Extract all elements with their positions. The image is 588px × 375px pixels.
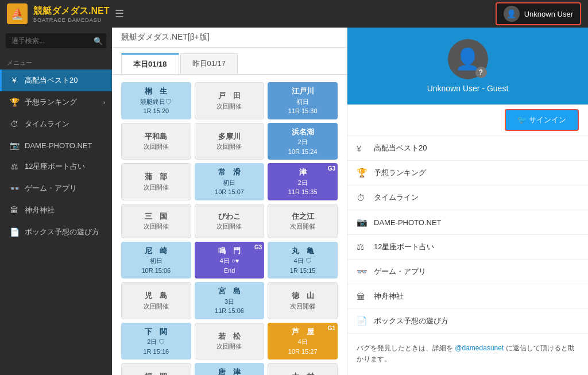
race-cell-r24[interactable]: 大 村次回開催 [268,363,338,375]
right-menu-item-7[interactable]: 📄 ボックス予想の遊び方 [347,309,588,334]
race-cell-r12[interactable]: 住之江次回開催 [268,204,338,238]
search-icon[interactable]: 🔍 [94,37,103,45]
bug-report-text: バグを発見したときは、詳細を @damedasunet に返信して頂けると助かり… [347,334,588,374]
right-menu-item-2[interactable]: ⏱ タイムライン [347,185,588,210]
race-cell-r5[interactable]: 多摩川次回開催 [195,123,265,160]
header: ⛵ 競艇ダメダス.NET BOATRACE DAMEDASU ☰ 👤 Unkno… [0,0,588,28]
race-venue-r3: 江戸川 [292,86,314,97]
right-menu-icon-6: 🏛 [357,292,368,301]
bug-report-link[interactable]: @damedasunet [455,344,504,352]
sidebar-item-dame-photo[interactable]: 📷 DAME-PHOTO.NET [0,135,112,156]
tab-yesterday[interactable]: 昨日01/17 [180,53,238,74]
race-line1-r6: 2日 [298,137,308,147]
search-input[interactable] [6,33,106,48]
right-menu-item-4[interactable]: ⚖ 12星座ボート占い [347,235,588,260]
race-cell-r10[interactable]: 三 国次回開催 [121,204,191,238]
signin-button[interactable]: 🐦 サインイン [505,109,579,131]
right-menu-item-1[interactable]: 🏆 予想ランキング [347,161,588,185]
menu-label: メニュー [0,54,112,69]
user-avatar: 👤 ? [448,39,488,79]
race-line1-r14: 4日 ○♥ [220,256,239,266]
right-menu-icon-4: ⚖ [357,242,368,252]
right-menu-icon-0: ¥ [357,144,368,153]
sidebar-label-box-play: ボックス予想の遊び方 [25,227,99,237]
race-badge-r21: G1 [328,324,335,333]
race-cell-r22[interactable]: 福 岡次回開催 [121,363,191,375]
race-cell-r3[interactable]: 江戸川初日11R 15:30 [268,82,338,119]
race-cell-r13[interactable]: 尼 崎初日10R 15:06 [121,242,191,279]
race-cell-r16[interactable]: 児 島次回開催 [121,282,191,319]
right-menu-label-2: タイムライン [374,192,419,203]
user-menu-button[interactable]: 👤 Unknown User [496,2,581,25]
sidebar-nav: ¥ 高配当ベスト20 🏆 予想ランキング › ⏱ タイムライン 📷 DAME-P… [0,69,112,243]
race-cell-r20[interactable]: 若 松次回開催 [195,323,265,360]
user-display-name: Unknown User - Guest [427,84,509,93]
race-venue-r21: 芦 屋 [292,326,314,338]
race-line1-r12: 次回開催 [290,222,315,231]
race-cell-r11[interactable]: びわこ次回開催 [195,204,265,238]
topbar-title: 競艇ダメダス.NET[β+版] [121,32,210,42]
race-cell-r19[interactable]: 下 関2日 ♡1R 15:16 [121,323,191,360]
race-badge-r9: G3 [328,164,335,173]
right-menu-icon-3: 📷 [357,217,368,227]
race-cell-r23[interactable]: 唐 津初日 ○End [195,363,265,375]
sidebar-icon-shrine: 🏛 [9,206,20,215]
sidebar-item-high-payout[interactable]: ¥ 高配当ベスト20 [0,69,112,91]
race-line2-r15: 1R 15:15 [290,266,316,276]
sidebar-item-game-app[interactable]: 👓 ゲーム・アプリ [0,177,112,199]
search-box: 🔍 [0,28,112,54]
hamburger-button[interactable]: ☰ [115,7,124,20]
main-layout: 🔍 メニュー ¥ 高配当ベスト20 🏆 予想ランキング › ⏱ タイムライン 📷… [0,28,588,375]
sidebar-item-shrine[interactable]: 🏛 神舟神社 [0,199,112,221]
race-venue-r5: 多摩川 [218,131,241,142]
race-line2-r14: End [224,266,235,276]
content-area: 競艇ダメダス.NET[β+版] 本日01/18昨日01/17 桐 生競艇終日♡1… [112,28,347,375]
right-menu-item-0[interactable]: ¥ 高配当ベスト20 [347,136,588,161]
race-line2-r17: 11R 15:06 [215,306,244,316]
race-venue-r18: 徳 山 [292,290,314,301]
race-line2-r8: 10R 15:07 [215,187,244,197]
sidebar-item-timeline[interactable]: ⏱ タイムライン [0,113,112,135]
race-cell-r8[interactable]: 常 滑初日10R 15:07 [195,163,265,200]
sidebar-icon-prediction-ranking: 🏆 [9,98,20,107]
race-cell-r15[interactable]: 丸 亀4日 ♡1R 15:15 [268,242,338,279]
race-line1-r1: 競艇終日♡ [140,97,172,107]
race-venue-r9: 津 [299,167,307,178]
sidebar-icon-high-payout: ¥ [9,76,20,85]
race-cell-r6[interactable]: 浜名湖2日10R 15:24 [268,123,338,160]
race-line1-r2: 次回開催 [216,102,242,111]
race-line1-r11: 次回開催 [216,222,242,231]
race-cell-r2[interactable]: 戸 田次回開催 [195,82,265,119]
race-cell-r17[interactable]: 宮 島3日11R 15:06 [195,282,265,319]
right-menu-item-5[interactable]: 👓 ゲーム・アプリ [347,260,588,284]
avatar-question-icon: ? [475,67,487,78]
sidebar-item-box-play[interactable]: 📄 ボックス予想の遊び方 [0,221,112,243]
sidebar-item-horoscope[interactable]: ⚖ 12星座ボート占い [0,156,112,177]
race-cell-r1[interactable]: 桐 生競艇終日♡1R 15:20 [121,82,191,119]
race-cell-r4[interactable]: 平和島次回開催 [121,123,191,160]
race-line2-r6: 10R 15:24 [288,147,318,157]
race-grid-container: 桐 生競艇終日♡1R 15:20戸 田次回開催江戸川初日11R 15:30平和島… [112,75,347,375]
sidebar-item-prediction-ranking[interactable]: 🏆 予想ランキング › [0,91,112,113]
race-venue-r10: 三 国 [145,211,167,222]
right-menu-icon-5: 👓 [357,266,368,277]
race-cell-r21[interactable]: G1芦 屋4日10R 15:27 [268,323,338,360]
race-line1-r13: 初日 [150,256,163,266]
race-cell-r18[interactable]: 徳 山次回開催 [268,282,338,319]
race-cell-r14[interactable]: G3鳴 門4日 ○♥End [195,242,265,279]
race-line1-r15: 4日 ♡ [294,256,312,266]
sidebar-icon-timeline: ⏱ [9,119,20,129]
race-cell-r7[interactable]: 蒲 部次回開催 [121,163,191,200]
right-menu-item-6[interactable]: 🏛 神舟神社 [347,284,588,309]
header-left: ⛵ 競艇ダメダス.NET BOATRACE DAMEDASU ☰ [7,3,124,24]
right-menu-item-3[interactable]: 📷 DAME-PHOTO.NET [347,210,588,235]
race-venue-r2: 戸 田 [218,90,241,102]
tab-today[interactable]: 本日01/18 [121,53,179,74]
race-line1-r18: 次回開催 [290,301,315,311]
tabs: 本日01/18昨日01/17 [112,48,347,75]
race-cell-r9[interactable]: G3津2日11R 15:35 [268,163,338,200]
sidebar-label-high-payout: 高配当ベスト20 [25,75,78,86]
sidebar-label-dame-photo: DAME-PHOTO.NET [25,141,92,150]
race-venue-r24: 大 村 [292,371,314,375]
race-line2-r9: 11R 15:35 [288,187,318,197]
